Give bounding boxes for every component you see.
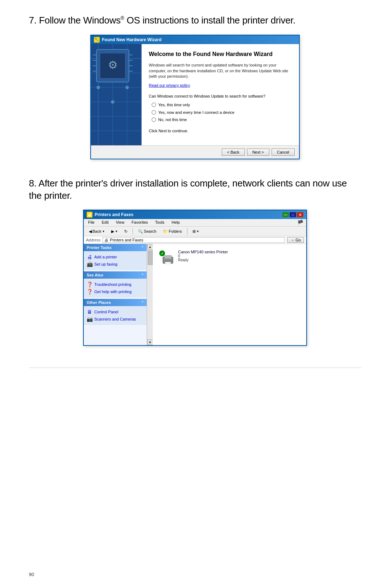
views-icon: ⊞ — [192, 229, 196, 234]
toolbar-folders-button[interactable]: 📁 Folders — [161, 228, 184, 235]
step7-heading: 7. Follow the Windows® OS instructions t… — [29, 14, 361, 27]
printers-folder-icon: 🖨 — [104, 238, 108, 242]
wizard-privacy-link[interactable]: Read our privacy policy — [149, 83, 190, 87]
add-printer-icon: 🖨 — [87, 254, 92, 260]
wizard-next-button[interactable]: Next > — [247, 149, 269, 156]
svg-point-14 — [111, 100, 114, 103]
toolbar-folders-label: Folders — [169, 229, 182, 233]
control-panel-item[interactable]: 🖥 Control Panel — [87, 308, 144, 316]
xp-titlebar: 🖨 Printers and Faxes — □ ✕ — [84, 210, 306, 219]
setup-faxing-icon: 📠 — [87, 261, 92, 267]
see-also-panel: See Also ⌃ ❓ Troubleshoot printing ❓ Get… — [84, 271, 147, 297]
xp-toolbar: ◀ Back ▼ ▶ ▼ ↻ 🔍 Search 📁 Folders ⊞ ▼ — [84, 227, 306, 236]
printer-list-item[interactable]: ✓ Canon MP140 series Printer 0 Ready — [156, 248, 303, 268]
forward-arrow-icon: ▶ — [111, 229, 114, 234]
address-go-button[interactable]: → Go — [287, 237, 304, 243]
back-arrow-icon: ◀ — [89, 229, 92, 234]
svg-rect-30 — [164, 256, 172, 258]
other-places-header: Other Places ⌃ — [84, 299, 147, 306]
windows-superscript: ® — [121, 15, 124, 21]
svg-text:✓: ✓ — [161, 252, 164, 256]
xp-titlebar-icon: 🖨 — [87, 212, 92, 218]
step8-number: 8. — [29, 178, 36, 189]
svg-point-15 — [126, 86, 129, 89]
setup-faxing-item[interactable]: 📠 Set up faxing — [87, 261, 144, 268]
get-help-label: Get help with printing — [94, 289, 131, 294]
wizard-radio-item-2[interactable]: Yes, now and every time I connect a devi… — [152, 110, 292, 116]
toolbar-refresh-button[interactable]: ↻ — [122, 228, 130, 235]
see-also-title: See Also — [87, 273, 103, 277]
xp-menubar: File Edit View Favorites Tools Help 🏴 — [84, 219, 306, 227]
scroll-up-button[interactable]: ▲ — [147, 244, 153, 250]
wizard-titlebar: 🔧 Found New Hardware Wizard — [91, 35, 299, 44]
wizard-radio-label-1: Yes, this time only — [158, 102, 190, 108]
setup-faxing-label: Set up faxing — [94, 262, 117, 266]
wizard-cancel-button[interactable]: Cancel — [272, 149, 295, 156]
control-panel-label: Control Panel — [94, 310, 118, 314]
get-help-printing-item[interactable]: ❓ Get help with printing — [87, 288, 144, 295]
see-also-header: See Also ⌃ — [84, 271, 147, 279]
troubleshoot-printing-item[interactable]: ❓ Troubleshoot printing — [87, 281, 144, 288]
wizard-radio-2[interactable] — [152, 110, 156, 115]
menu-view[interactable]: View — [114, 220, 126, 226]
xp-addressbar: Address 🖨 Printers and Faxes → Go — [84, 236, 306, 244]
wizard-radio-item-3[interactable]: No, not this time — [152, 117, 292, 123]
scroll-track — [148, 250, 153, 339]
wizard-titlebar-icon: 🔧 — [94, 37, 100, 43]
add-printer-item[interactable]: 🖨 Add a printer — [87, 253, 144, 261]
step8-text: After the printer's driver installation … — [29, 178, 347, 201]
menu-favorites[interactable]: Favorites — [130, 220, 149, 226]
wizard-back-button[interactable]: < Back — [222, 149, 245, 156]
printer-name: Canon MP140 series Printer — [178, 250, 228, 254]
wizard-title: Welcome to the Found New Hardware Wizard — [149, 51, 292, 58]
svg-point-13 — [97, 86, 100, 89]
wizard-radio-item-1[interactable]: Yes, this time only — [152, 102, 292, 108]
step7-number: 7. — [29, 15, 36, 26]
toolbar-divider-2 — [187, 228, 187, 235]
wizard-radio-3[interactable] — [152, 117, 156, 122]
printer-status: Ready — [178, 258, 228, 262]
wizard-radio-1[interactable] — [152, 103, 156, 107]
menu-edit[interactable]: Edit — [100, 220, 110, 226]
printer-tasks-content: 🖨 Add a printer 📠 Set up faxing — [84, 251, 147, 270]
menu-file[interactable]: File — [87, 220, 96, 226]
wizard-footer: < Back Next > Cancel — [91, 145, 299, 159]
step8-heading: 8. After the printer's driver installati… — [29, 177, 361, 202]
menu-tools[interactable]: Tools — [154, 220, 166, 226]
xp-close-button[interactable]: ✕ — [297, 212, 303, 217]
other-places-panel: Other Places ⌃ 🖥 Control Panel 📷 Scanner… — [84, 299, 147, 325]
toolbar-views-button[interactable]: ⊞ ▼ — [190, 228, 202, 235]
go-label: Go — [295, 238, 301, 242]
scanners-cameras-icon: 📷 — [87, 316, 92, 322]
printer-queue: 0 — [178, 254, 228, 258]
scanners-cameras-item[interactable]: 📷 Scanners and Cameras — [87, 316, 144, 323]
xp-sidebar: Printer Tasks ⌃ 🖨 Add a printer 📠 Set up… — [84, 244, 147, 345]
svg-rect-32 — [164, 258, 172, 259]
toolbar-back-button[interactable]: ◀ Back ▼ — [87, 228, 107, 235]
menu-help[interactable]: Help — [170, 220, 181, 226]
scroll-down-button[interactable]: ▼ — [147, 339, 153, 345]
toolbar-forward-button[interactable]: ▶ ▼ — [109, 228, 120, 235]
printer-tasks-header: Printer Tasks ⌃ — [84, 244, 147, 251]
xp-titlebar-left: 🖨 Printers and Faxes — [87, 212, 133, 218]
printer-tasks-title: Printer Tasks — [87, 245, 112, 250]
refresh-icon: ↻ — [124, 229, 127, 234]
address-field[interactable]: 🖨 Printers and Faxes — [103, 237, 285, 243]
svg-point-33 — [170, 259, 172, 261]
see-also-toggle[interactable]: ⌃ — [141, 273, 144, 277]
printer-tasks-toggle[interactable]: ⌃ — [141, 246, 144, 250]
folders-icon: 📁 — [163, 229, 168, 234]
xp-window-controls: — □ ✕ — [282, 212, 303, 217]
xp-minimize-button[interactable]: — — [282, 212, 289, 217]
printer-icon: ✓ — [159, 250, 174, 266]
scroll-thumb[interactable] — [148, 250, 153, 265]
sidebar-scrollbar[interactable]: ▲ ▼ — [147, 244, 153, 345]
bottom-rule — [29, 368, 361, 368]
toolbar-search-button[interactable]: 🔍 Search — [136, 228, 159, 235]
wizard-radio-group: Yes, this time only Yes, now and every t… — [152, 102, 292, 123]
wizard-left-panel: ⚙ — [91, 44, 142, 145]
xp-maximize-button[interactable]: □ — [290, 212, 296, 217]
xp-titlebar-text: Printers and Faxes — [95, 212, 133, 217]
other-places-toggle[interactable]: ⌃ — [141, 301, 144, 305]
step7-text: Follow the Windows® OS instructions to i… — [39, 15, 295, 26]
